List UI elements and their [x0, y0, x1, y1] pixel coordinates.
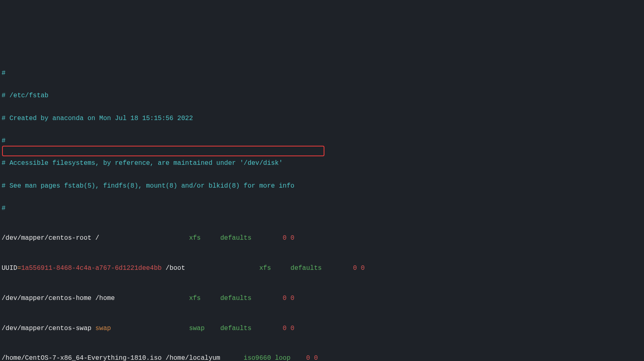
mount-point: / — [95, 234, 99, 242]
fs-type: xfs — [189, 234, 201, 242]
comment-line: # — [2, 205, 642, 212]
pass: 0 — [291, 234, 295, 242]
fstab-entry: /dev/mapper/centos-root / xfs defaults 0… — [2, 234, 642, 242]
device: /dev/mapper/centos-root — [2, 234, 91, 242]
device: /dev/mapper/centos-home — [2, 295, 91, 302]
fs-type: xfs — [189, 295, 201, 302]
comment-line: # Accessible filesystems, by reference, … — [2, 160, 642, 167]
comment-line: # /etc/fstab — [2, 92, 642, 100]
terminal-window[interactable]: # # /etc/fstab # Created by anaconda on … — [0, 30, 644, 361]
comment-line: # Created by anaconda on Mon Jul 18 15:1… — [2, 115, 642, 123]
mount-point: swap — [91, 325, 111, 332]
uuid-value: 1a556911-8468-4c4a-a767-6d1221dee4bb — [21, 265, 162, 272]
equals: = — [17, 265, 21, 272]
pass: 0 — [291, 325, 295, 332]
uuid-prefix: UUID — [2, 265, 17, 272]
pass: 0 — [291, 295, 295, 302]
pass: 0 — [314, 354, 318, 361]
fstab-entry: UUID=1a556911-8468-4c4a-a767-6d1221dee4b… — [2, 265, 642, 272]
fs-type: iso9660 — [244, 354, 271, 361]
dump: 0 — [283, 325, 287, 332]
comment-line: # See man pages fstab(5), findfs(8), mou… — [2, 182, 642, 190]
dump: 0 — [283, 295, 287, 302]
dump: 0 — [306, 354, 310, 361]
pass: 0 — [361, 265, 365, 272]
fstab-entry: /dev/mapper/centos-home /home xfs defaul… — [2, 295, 642, 302]
fs-type: xfs — [259, 265, 271, 272]
device: /home/CentOS-7-x86_64-Everything-1810.is… — [2, 354, 162, 361]
file-content: # # /etc/fstab # Created by anaconda on … — [2, 55, 642, 361]
fstab-entry: /dev/mapper/centos-swap swap swap defaul… — [2, 325, 642, 333]
dump: 0 — [283, 234, 287, 242]
options: loop — [275, 354, 290, 361]
comment-line: # — [2, 70, 642, 77]
mount-point: /boot — [162, 265, 185, 272]
mount-point: /home/localyum — [162, 354, 220, 361]
mount-point: /home — [91, 295, 115, 302]
annotation-highlight-box — [2, 146, 324, 156]
device: /dev/mapper/centos-swap — [2, 325, 91, 332]
dump: 0 — [353, 265, 357, 272]
fstab-entry-highlighted: /home/CentOS-7-x86_64-Everything-1810.is… — [2, 354, 642, 361]
fs-type: swap — [189, 325, 205, 332]
options: defaults — [220, 234, 252, 242]
options: defaults — [291, 265, 322, 272]
options: defaults — [220, 295, 252, 302]
options: defaults — [220, 325, 252, 332]
comment-line: # — [2, 137, 642, 145]
